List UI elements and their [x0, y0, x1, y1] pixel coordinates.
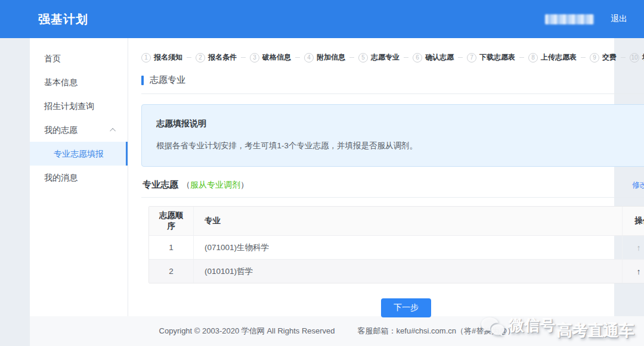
step-label: 上传志愿表: [541, 52, 577, 63]
section-title: 专业志愿: [143, 179, 178, 191]
step-number: 1: [141, 53, 151, 63]
step-separator: [519, 57, 524, 58]
step-4: 4 附加信息: [304, 52, 345, 63]
step-number: 4: [304, 53, 314, 63]
step-label: 报名条件: [208, 52, 237, 63]
step-separator: [241, 57, 246, 58]
step-number: 2: [196, 53, 205, 63]
page-title-row: 志愿专业: [141, 74, 644, 86]
paren-open: （: [182, 180, 190, 191]
sidebar-item-label: 我的消息: [44, 166, 78, 189]
step-6: 6 确认志愿: [413, 52, 454, 63]
header-major: 专业: [194, 207, 623, 235]
step-label: 确认志愿: [425, 52, 454, 63]
notice-title: 志愿填报说明: [156, 119, 644, 129]
paren-close: ）: [240, 180, 249, 191]
step-8: 8 上传志愿表: [528, 52, 577, 63]
move-up-icon[interactable]: ↑: [637, 267, 641, 276]
page-title: 志愿专业: [150, 74, 185, 86]
step-2: 2 报名条件: [196, 52, 237, 63]
step-separator: [349, 57, 354, 58]
page-layout: 首页 基本信息 招生计划查询 我的志愿 专业志愿填报 我的消息: [30, 38, 644, 346]
app-header: 强基计划 退出: [0, 0, 644, 38]
cell-order: 2: [149, 260, 194, 283]
step-number: 10: [630, 53, 639, 63]
step-separator: [187, 57, 191, 58]
chevron-up-icon: [110, 127, 116, 133]
cell-order: 1: [149, 236, 194, 259]
step-number: 9: [590, 53, 599, 63]
step-label: 志愿专业: [371, 52, 400, 63]
cell-major: (071001)生物科学: [194, 236, 623, 259]
user-name-blurred: [545, 14, 594, 24]
sidebar-item-label: 我的志愿: [44, 118, 78, 142]
header-right: 退出: [545, 14, 627, 24]
sidebar-item-label: 招生计划查询: [44, 94, 94, 118]
section-divider: [141, 197, 644, 198]
page-footer: Copyright © 2003-2020 学信网 All Rights Res…: [30, 316, 644, 346]
step-number: 3: [250, 53, 259, 63]
step-separator: [295, 57, 300, 58]
step-3: 3 破格信息: [250, 52, 291, 63]
major-table: 志愿顺序 专业 操作 1 (071001)生物科学 ↑ ↓ 2 (010101)…: [148, 206, 644, 283]
content-wrap: 首页 基本信息 招生计划查询 我的志愿 专业志愿填报 我的消息: [30, 38, 614, 316]
table-row: 1 (071001)生物科学 ↑ ↓: [149, 235, 644, 259]
sidebar-item-my-volunteer[interactable]: 我的志愿: [30, 118, 128, 142]
cell-action: ↑ ↓: [623, 260, 644, 283]
cell-action: ↑ ↓: [623, 236, 644, 259]
move-up-icon[interactable]: ↑: [637, 243, 641, 253]
title-divider: [141, 93, 644, 94]
notice-box: 志愿填报说明 根据各省专业计划安排，考生可填1-3个专业志愿，并填报是否服从调剂…: [141, 104, 644, 167]
step-10: 10 填报完成: [630, 52, 644, 63]
step-7: 7 下载志愿表: [467, 52, 515, 63]
sidebar-item-basic-info[interactable]: 基本信息: [30, 70, 128, 94]
cell-major: (010101)哲学: [194, 260, 623, 283]
step-1: 1 报名须知: [141, 52, 182, 63]
step-number: 6: [413, 53, 422, 63]
step-separator: [621, 57, 626, 58]
main-content: 1 报名须知 2 报名条件 3 破格信息 4 附加信息: [128, 38, 644, 316]
step-number: 5: [358, 53, 368, 63]
step-number: 7: [467, 53, 476, 63]
sidebar-item-home[interactable]: 首页: [30, 46, 128, 70]
copyright-text: Copyright © 2003-2020 学信网 All Rights Res…: [159, 326, 335, 336]
header-action: 操作: [623, 207, 644, 235]
adjust-flag: 服从专业调剂: [190, 180, 240, 191]
title-accent-bar: [141, 76, 144, 85]
sidebar-item-my-messages[interactable]: 我的消息: [30, 166, 128, 189]
table-header-row: 志愿顺序 专业 操作: [149, 207, 644, 235]
step-separator: [581, 57, 586, 58]
sidebar-item-label: 基本信息: [44, 70, 78, 94]
section-header: 专业志愿 （ 服从专业调剂 ） 修改 删除: [141, 179, 644, 191]
edit-link[interactable]: 修改: [632, 180, 644, 191]
sidebar-item-plan-query[interactable]: 招生计划查询: [30, 94, 128, 118]
header-order: 志愿顺序: [149, 207, 194, 235]
step-number: 8: [528, 53, 538, 63]
service-email-text: 客服邮箱：kefu#chsi.com.cn（将#替换为@）: [358, 326, 515, 336]
app-title: 强基计划: [38, 11, 88, 27]
step-label: 附加信息: [317, 52, 345, 63]
step-indicator: 1 报名须知 2 报名条件 3 破格信息 4 附加信息: [141, 52, 644, 63]
sidebar-item-label: 首页: [44, 46, 61, 70]
step-label: 报名须知: [154, 52, 182, 63]
step-label: 下载志愿表: [479, 52, 515, 63]
button-row: 下一步: [141, 298, 644, 317]
step-label: 交费: [602, 52, 617, 63]
next-step-button[interactable]: 下一步: [381, 298, 431, 317]
step-5: 5 志愿专业: [358, 52, 400, 63]
sidebar: 首页 基本信息 招生计划查询 我的志愿 专业志愿填报 我的消息: [30, 38, 128, 316]
sidebar-item-major-volunteer-fill[interactable]: 专业志愿填报: [30, 142, 128, 166]
logout-button[interactable]: 退出: [611, 14, 627, 24]
notice-body: 根据各省专业计划安排，考生可填1-3个专业志愿，并填报是否服从调剂。: [156, 141, 644, 151]
step-9: 9 交费: [590, 52, 617, 63]
table-row: 2 (010101)哲学 ↑ ↓: [149, 259, 644, 283]
step-label: 破格信息: [262, 52, 291, 63]
sidebar-item-label: 专业志愿填报: [54, 142, 104, 166]
step-separator: [458, 57, 463, 58]
section-links: 修改 删除: [632, 180, 644, 191]
step-separator: [404, 57, 408, 58]
